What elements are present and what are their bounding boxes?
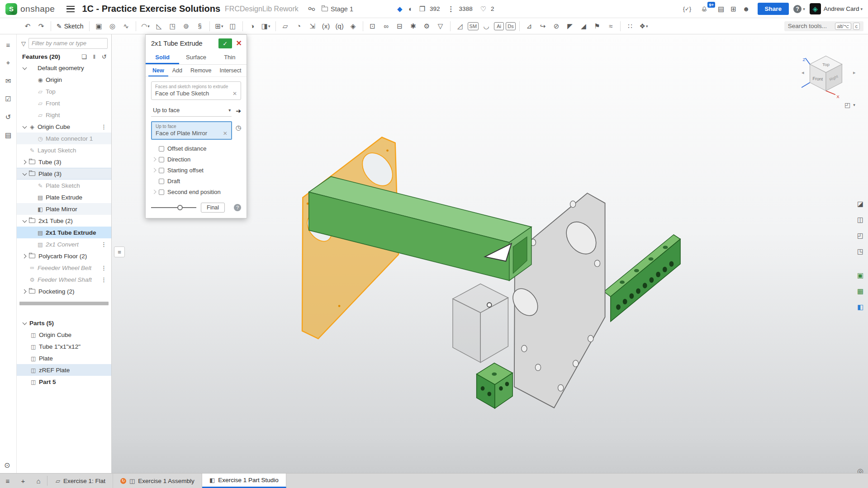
user-avatar[interactable]: ◈ bbox=[810, 3, 821, 14]
tab-solid[interactable]: Solid bbox=[146, 51, 179, 64]
feature-item-right[interactable]: ▱Right bbox=[17, 109, 111, 121]
overflow-menu-icon[interactable]: ⋮ bbox=[101, 241, 107, 248]
onshape-logo[interactable]: S onshape bbox=[5, 3, 55, 15]
tasks-icon[interactable]: ▤ bbox=[718, 5, 724, 13]
cancel-button[interactable]: ✕ bbox=[236, 40, 242, 47]
featurescript-check-icon[interactable]: {✓} bbox=[683, 6, 691, 12]
hidden-items-eye-icon[interactable]: ◎ bbox=[857, 467, 863, 473]
overflow-menu-icon[interactable]: ⋮ bbox=[101, 276, 107, 283]
rotate-left-icon[interactable]: ◂ bbox=[802, 70, 804, 75]
feature-item-feeder-wheel-shaft[interactable]: ⚙Feeder Wheel Shaft⋮ bbox=[17, 274, 111, 285]
link-icon[interactable]: ☍ bbox=[306, 4, 317, 14]
chevron-down-icon[interactable] bbox=[21, 218, 28, 224]
sweep-tool-icon[interactable]: ∿ bbox=[120, 20, 132, 32]
tab-add[interactable]: Add bbox=[168, 65, 186, 76]
help-icon[interactable]: ? bbox=[793, 5, 802, 13]
chevron-down-icon[interactable] bbox=[21, 65, 28, 71]
chevron-down-icon[interactable] bbox=[21, 123, 28, 130]
view-cube[interactable]: Top Front Right Z X ◂ ▸ bbox=[802, 56, 856, 99]
design-studio-tool-icon[interactable]: Ds bbox=[506, 22, 516, 30]
screenshot-camera-icon[interactable]: ⊙ bbox=[4, 461, 10, 469]
chevron-right-icon[interactable] bbox=[21, 253, 28, 260]
chamfer-tool-icon[interactable]: ◺ bbox=[153, 20, 165, 32]
chevron-down-icon[interactable] bbox=[21, 320, 28, 327]
feature-item-plate-3[interactable]: Plate (3) bbox=[17, 168, 111, 180]
chevron-down-icon[interactable] bbox=[21, 171, 28, 177]
share-button[interactable]: Share bbox=[758, 3, 789, 15]
transparent-box[interactable] bbox=[453, 284, 508, 363]
up-to-face-field[interactable]: Up to face Face of Plate Mirror ✕ bbox=[151, 121, 232, 140]
feature-item-top[interactable]: ▱Top bbox=[17, 85, 111, 97]
tool-search[interactable]: alt/⌥ c bbox=[784, 21, 863, 31]
option-offset-distance[interactable]: Offset distance bbox=[151, 143, 241, 154]
hole-tool-icon[interactable]: ⊚ bbox=[180, 20, 192, 32]
features-scrollbar[interactable] bbox=[19, 302, 109, 305]
overflow-menu-icon[interactable]: ⋮ bbox=[101, 265, 107, 271]
feature-item-origin-cube[interactable]: ◈Origin Cube⋮ bbox=[17, 121, 111, 133]
green-tube-stub[interactable] bbox=[477, 363, 513, 408]
gearbox-tool-icon[interactable]: ⊟ bbox=[394, 20, 406, 32]
viewcube-top-label[interactable]: Top bbox=[822, 62, 830, 67]
undo-icon[interactable]: ↶ bbox=[22, 20, 33, 32]
fillet-tool-icon[interactable]: ◠▾ bbox=[140, 20, 152, 32]
option-starting-offset[interactable]: Starting offset bbox=[151, 165, 241, 175]
fold-tool-icon[interactable]: ⊿ bbox=[523, 20, 535, 32]
rollback-slider[interactable] bbox=[151, 207, 196, 208]
version-graph-icon[interactable]: ⋮ bbox=[448, 5, 455, 13]
checkbox-draft[interactable] bbox=[159, 179, 164, 184]
checkbox-starting-offset[interactable] bbox=[159, 168, 164, 173]
clear-selection-icon[interactable]: ✕ bbox=[223, 130, 228, 137]
part-item-zref-plate[interactable]: ◫zREF Plate bbox=[17, 364, 111, 376]
dialog-header[interactable]: 2x1 Tube Extrude ✓ ✕ bbox=[146, 35, 247, 51]
part-item-plate[interactable]: ◫Plate bbox=[17, 352, 111, 364]
rollback-icon[interactable]: ↺ bbox=[102, 53, 107, 60]
part-item-tube-1-x1-x12[interactable]: ◫Tube 1"x1"x12" bbox=[17, 341, 111, 352]
featurescript-search-icon[interactable]: (q) bbox=[334, 20, 346, 32]
variable-tool-icon[interactable]: (x) bbox=[320, 20, 332, 32]
revolve-tool-icon[interactable]: ◎ bbox=[107, 20, 119, 32]
feature-item-2x1-tube-extrude[interactable]: ▤2x1 Tube Extrude bbox=[17, 227, 111, 238]
overflow-menu-icon[interactable]: ⋮ bbox=[101, 123, 107, 130]
tab-surface[interactable]: Surface bbox=[179, 51, 213, 64]
assembly-pattern-tool-icon[interactable]: ❖▾ bbox=[638, 20, 650, 32]
chevron-right-icon[interactable] bbox=[21, 159, 28, 166]
mirror-tool-icon[interactable]: ◫ bbox=[227, 20, 239, 32]
redo-icon[interactable]: ↷ bbox=[35, 20, 47, 32]
feature-item-polycarb-floor-2[interactable]: Polycarb Floor (2) bbox=[17, 250, 111, 262]
boolean-tool-icon[interactable]: ◑ bbox=[247, 20, 258, 32]
feature-item-origin[interactable]: ◉Origin bbox=[17, 74, 111, 85]
shell-tool-icon[interactable]: ◳ bbox=[167, 20, 179, 32]
green-punched-rail[interactable] bbox=[604, 235, 680, 322]
sprocket-tool-icon[interactable]: ✱ bbox=[408, 20, 419, 32]
mkcad-green-tool-2-icon[interactable]: ▦ bbox=[854, 285, 866, 297]
suppress-pause-icon[interactable]: ‖ bbox=[93, 53, 95, 60]
tab-exercise-1-part-studio[interactable]: ◧Exercise 1 Part Studio bbox=[202, 474, 286, 488]
move-face-tool-icon[interactable]: ↪ bbox=[537, 20, 549, 32]
plane-tool-icon[interactable]: ▱ bbox=[280, 20, 291, 32]
feature-item-tube-3[interactable]: Tube (3) bbox=[17, 156, 111, 168]
view-settings-icon[interactable]: ◳ bbox=[854, 246, 866, 257]
gear-tool-icon[interactable]: ⚙ bbox=[421, 20, 433, 32]
option-direction[interactable]: Direction bbox=[151, 154, 241, 165]
learning-center-icon[interactable]: ☻ bbox=[743, 5, 750, 13]
delete-face-tool-icon[interactable]: ⊘ bbox=[550, 20, 562, 32]
chevron-right-icon[interactable] bbox=[151, 156, 157, 163]
add-tab-icon[interactable]: + bbox=[15, 474, 31, 488]
offset-face-tool-icon[interactable]: ◢ bbox=[578, 20, 589, 32]
transform-copy-tool-icon[interactable]: ∷ bbox=[624, 20, 636, 32]
search-input[interactable] bbox=[788, 23, 833, 29]
main-menu-icon[interactable] bbox=[66, 6, 75, 12]
copies-icon[interactable]: ❐ bbox=[419, 5, 425, 13]
chevron-right-icon[interactable] bbox=[151, 167, 157, 174]
notes-panel-icon[interactable]: ▤ bbox=[2, 129, 14, 141]
feature-item-mate-connector-1[interactable]: ◷Mate connector 1 bbox=[17, 133, 111, 144]
feature-item-front[interactable]: ▱Front bbox=[17, 97, 111, 109]
confirm-button[interactable]: ✓ bbox=[218, 38, 232, 48]
feature-item-2x1-tube-2[interactable]: 2x1 Tube (2) bbox=[17, 215, 111, 227]
sheet-metal-bend-icon[interactable]: ◿ bbox=[454, 20, 466, 32]
feature-item-2x1-convert[interactable]: ▨2x1 Convert⋮ bbox=[17, 238, 111, 250]
feature-item-pocketing-2[interactable]: Pocketing (2) bbox=[17, 285, 111, 297]
thread-tool-icon[interactable]: § bbox=[194, 20, 206, 32]
app-store-icon[interactable]: ⊞ bbox=[730, 5, 736, 13]
feature-dialog-flyout-handle[interactable]: ≡ bbox=[114, 246, 125, 257]
